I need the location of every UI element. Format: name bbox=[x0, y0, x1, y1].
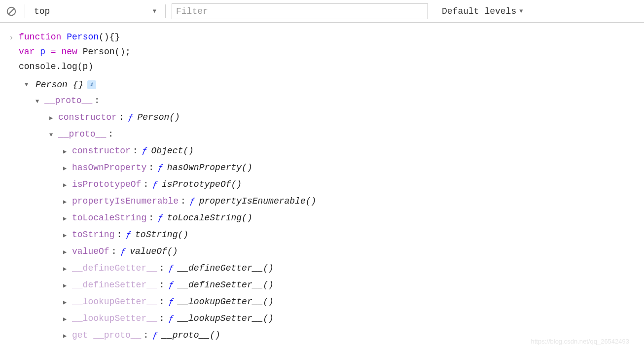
property-value: __lookupGetter__() bbox=[178, 294, 273, 310]
disclosure-right-icon[interactable]: ▶ bbox=[49, 110, 56, 126]
property-key: propertyIsEnumerable bbox=[72, 193, 179, 209]
property-key: constructor bbox=[72, 143, 131, 159]
property-value: isPrototypeOf() bbox=[162, 176, 242, 192]
context-selector[interactable]: top ▼ bbox=[31, 3, 159, 19]
disclosure-down-icon[interactable]: ▼ bbox=[25, 77, 32, 93]
clear-icon bbox=[6, 6, 17, 17]
log-levels-label: Default levels bbox=[442, 6, 516, 16]
property-row[interactable]: ▶ propertyIsEnumerable: ƒ propertyIsEnum… bbox=[63, 193, 644, 210]
input-code: function Person(){} var p = new Person()… bbox=[19, 30, 131, 74]
property-value: valueOf() bbox=[130, 244, 178, 259]
toolbar-divider bbox=[165, 4, 166, 18]
toolbar-divider bbox=[25, 4, 25, 18]
function-symbol: ƒ bbox=[190, 193, 195, 209]
property-key: __defineGetter__ bbox=[72, 260, 157, 276]
property-row[interactable]: ▶ toString: ƒ toString() bbox=[63, 227, 644, 244]
disclosure-right-icon[interactable]: ▶ bbox=[63, 228, 70, 244]
property-row[interactable]: ▶ __lookupSetter__: ƒ __lookupSetter__() bbox=[63, 311, 644, 327]
property-key: toLocaleString bbox=[72, 210, 146, 226]
property-row[interactable]: ▶ __defineGetter__: ƒ __defineGetter__() bbox=[63, 260, 644, 277]
log-levels-selector[interactable]: Default levels ▼ bbox=[442, 6, 523, 16]
input-prompt-icon: › bbox=[9, 30, 19, 45]
property-value: hasOwnProperty() bbox=[167, 160, 252, 175]
property-value: __defineSetter__() bbox=[178, 277, 273, 293]
info-icon[interactable]: i bbox=[87, 80, 96, 89]
disclosure-right-icon[interactable]: ▶ bbox=[63, 161, 70, 176]
property-key: __defineSetter__ bbox=[72, 277, 157, 293]
property-row[interactable]: ▶ __defineSetter__: ƒ __defineSetter__() bbox=[63, 277, 644, 294]
filter-input[interactable] bbox=[172, 3, 428, 19]
disclosure-right-icon[interactable]: ▶ bbox=[63, 261, 70, 277]
object-root[interactable]: ▼ Person {} i bbox=[25, 77, 644, 93]
property-row[interactable]: ▶ hasOwnProperty: ƒ hasOwnProperty() bbox=[63, 160, 644, 176]
disclosure-right-icon[interactable]: ▶ bbox=[63, 295, 70, 311]
function-symbol: ƒ bbox=[126, 227, 131, 243]
function-symbol: ƒ bbox=[169, 277, 174, 293]
disclosure-right-icon[interactable]: ▶ bbox=[63, 144, 70, 160]
property-key: __lookupGetter__ bbox=[72, 294, 157, 310]
function-symbol: ƒ bbox=[169, 294, 174, 310]
object-header-label: Person {} bbox=[36, 77, 83, 93]
property-row[interactable]: ▶ __lookupGetter__: ƒ __lookupGetter__() bbox=[63, 294, 644, 311]
clear-console-button[interactable] bbox=[4, 4, 19, 19]
function-symbol: ƒ bbox=[169, 311, 174, 326]
property-value: __defineGetter__() bbox=[178, 260, 273, 276]
property-value: __proto__() bbox=[162, 344, 220, 348]
function-symbol: ƒ bbox=[152, 344, 158, 348]
function-symbol: ƒ bbox=[120, 244, 126, 259]
console-toolbar: top ▼ Default levels ▼ bbox=[0, 0, 644, 23]
disclosure-right-icon[interactable]: ▶ bbox=[63, 345, 70, 348]
property-key: isPrototypeOf bbox=[72, 176, 141, 192]
property-row[interactable]: ▶ constructor: ƒ Person() bbox=[49, 109, 644, 126]
console-body: › function Person(){} var p = new Person… bbox=[0, 23, 644, 348]
property-key: set __proto__ bbox=[72, 344, 141, 348]
property-key: __proto__ bbox=[58, 126, 106, 142]
disclosure-right-icon[interactable]: ▶ bbox=[63, 244, 70, 260]
property-value: Object() bbox=[151, 143, 193, 159]
disclosure-right-icon[interactable]: ▶ bbox=[63, 177, 70, 193]
chevron-down-icon: ▼ bbox=[153, 8, 156, 15]
disclosure-right-icon[interactable]: ▶ bbox=[63, 194, 70, 210]
property-key: valueOf bbox=[72, 244, 109, 259]
property-value: propertyIsEnumerable() bbox=[199, 193, 317, 209]
property-row[interactable]: ▶ isPrototypeOf: ƒ isPrototypeOf() bbox=[63, 176, 644, 193]
property-value: toLocaleString() bbox=[167, 210, 252, 226]
property-key: __proto__ bbox=[44, 93, 92, 108]
disclosure-right-icon[interactable]: ▶ bbox=[63, 328, 70, 344]
disclosure-right-icon[interactable]: ▶ bbox=[63, 211, 70, 227]
function-symbol: ƒ bbox=[142, 143, 147, 159]
disclosure-down-icon[interactable]: ▼ bbox=[36, 94, 42, 109]
function-symbol: ƒ bbox=[158, 160, 163, 175]
property-key: hasOwnProperty bbox=[72, 160, 146, 175]
console-input-entry: › function Person(){} var p = new Person… bbox=[0, 27, 644, 348]
property-key: constructor bbox=[58, 109, 117, 125]
watermark: https://blog.csdn.net/qq_26542493 bbox=[531, 338, 630, 345]
proto-node[interactable]: ▼ __proto__: bbox=[49, 126, 644, 143]
property-key: __lookupSetter__ bbox=[72, 311, 157, 326]
disclosure-down-icon[interactable]: ▼ bbox=[49, 127, 56, 143]
property-value: __lookupSetter__() bbox=[178, 311, 273, 326]
property-value: Person() bbox=[137, 109, 179, 125]
property-row[interactable]: ▶ toLocaleString: ƒ toLocaleString() bbox=[63, 210, 644, 227]
console-output: ▼ Person {} i ▼ __proto__: ▶ constructor… bbox=[0, 77, 644, 348]
function-symbol: ƒ bbox=[169, 260, 174, 276]
disclosure-right-icon[interactable]: ▶ bbox=[63, 312, 70, 327]
function-symbol: ƒ bbox=[158, 210, 163, 226]
disclosure-right-icon[interactable]: ▶ bbox=[63, 278, 70, 294]
function-symbol: ƒ bbox=[152, 176, 158, 192]
property-value: __proto__() bbox=[162, 327, 220, 343]
context-selector-label: top bbox=[34, 6, 50, 16]
function-symbol: ƒ bbox=[128, 109, 134, 125]
property-row[interactable]: ▶ constructor: ƒ Object() bbox=[63, 143, 644, 160]
chevron-down-icon: ▼ bbox=[519, 8, 523, 15]
function-symbol: ƒ bbox=[152, 327, 158, 343]
proto-node[interactable]: ▼ __proto__: bbox=[36, 93, 644, 109]
property-value: toString() bbox=[135, 227, 188, 243]
svg-line-1 bbox=[9, 8, 14, 14]
property-row[interactable]: ▶ valueOf: ƒ valueOf() bbox=[63, 244, 644, 260]
property-key: toString bbox=[72, 227, 114, 243]
property-key: get __proto__ bbox=[72, 327, 141, 343]
